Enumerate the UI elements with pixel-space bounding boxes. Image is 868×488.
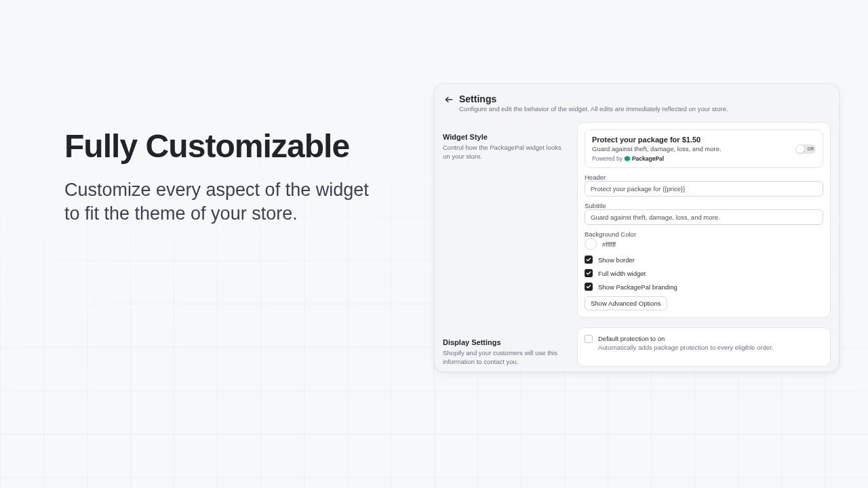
widget-style-title: Widget Style (443, 133, 569, 141)
show-border-checkbox[interactable] (585, 256, 593, 264)
bg-color-swatch[interactable] (585, 238, 597, 250)
hero-subtitle: Customize every aspect of the widget to … (64, 178, 383, 226)
default-protection-checkbox[interactable] (585, 335, 593, 343)
default-protection-sub: Automatically adds package protection to… (598, 344, 773, 351)
protection-toggle[interactable]: Off (795, 144, 816, 154)
powered-by: Powered by PackagePal (592, 155, 722, 162)
powered-by-prefix: Powered by (592, 155, 623, 162)
settings-subtitle: Configure and edit the behavior of the w… (459, 105, 728, 113)
toggle-knob (796, 145, 804, 153)
brand-name: PackagePal (632, 155, 664, 162)
widget-style-desc: Control how the PackagePal widget looks … (443, 144, 569, 161)
packagepal-logo-icon (625, 156, 630, 161)
show-advanced-button[interactable]: Show Advanced Options (585, 296, 667, 310)
preview-title: Protect your package for $1.50 (592, 136, 722, 144)
show-border-label: Show border (598, 256, 635, 264)
full-width-checkbox[interactable] (585, 269, 593, 277)
settings-title: Settings (459, 94, 728, 104)
show-branding-label: Show PackagePal branding (598, 283, 677, 291)
hero-title: Fully Customizable (64, 127, 383, 165)
subtitle-input[interactable] (585, 209, 823, 225)
show-branding-checkbox[interactable] (585, 283, 593, 291)
display-settings-desc: Shopify and your customers will use this… (443, 349, 569, 367)
widget-style-section: Widget Style Control how the PackagePal … (443, 122, 831, 318)
bg-color-value: #ffffff (602, 241, 616, 248)
settings-panel: Settings Configure and edit the behavior… (434, 83, 840, 372)
default-protection-title: Default protection to on (598, 335, 773, 342)
toggle-state-label: Off (808, 146, 814, 151)
settings-header: Settings Configure and edit the behavior… (443, 92, 831, 118)
bg-color-label: Background Color (585, 230, 823, 238)
hero-text: Fully Customizable Customize every aspec… (64, 127, 383, 226)
header-input[interactable] (585, 181, 823, 197)
subtitle-field-label: Subtitle (585, 202, 823, 209)
display-settings-title: Display Settings (443, 338, 569, 346)
display-settings-card: Default protection to on Automatically a… (577, 327, 831, 367)
display-settings-section: Display Settings Shopify and your custom… (443, 327, 831, 367)
preview-subtitle: Guard against theft, damage, loss, and m… (592, 145, 722, 152)
header-field-label: Header (585, 174, 823, 181)
full-width-label: Full width widget (598, 270, 646, 277)
widget-style-card: Protect your package for $1.50 Guard aga… (577, 122, 831, 318)
widget-preview: Protect your package for $1.50 Guard aga… (585, 129, 823, 168)
back-arrow-icon[interactable] (444, 95, 454, 104)
